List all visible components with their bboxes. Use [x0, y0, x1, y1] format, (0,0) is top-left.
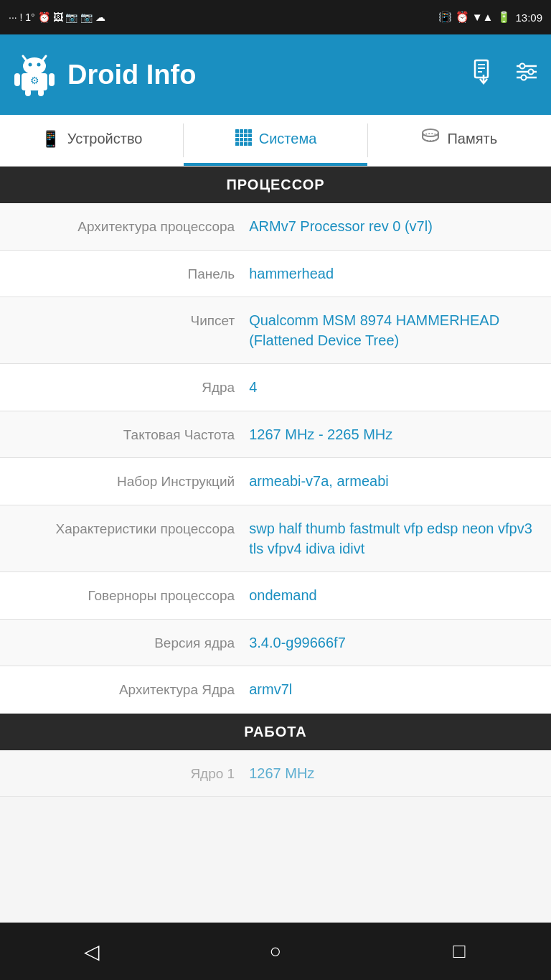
label-kernel-ver: Версия ядра	[11, 633, 249, 653]
row-features: Характеристики процессора swp half thumb…	[0, 505, 551, 572]
app-bar-left: ⚙ Droid Info	[11, 52, 196, 98]
recent-icon: □	[453, 940, 466, 963]
value-core1: 1267 MHz	[249, 763, 540, 783]
svg-point-4	[37, 63, 41, 67]
value-governor: ondemand	[249, 585, 540, 605]
memory-tab-icon	[421, 128, 440, 151]
notification-icons: ··· ! 1° ⏰ 🖼 📷 📷 ☁	[9, 11, 105, 23]
svg-point-2	[23, 57, 46, 75]
svg-rect-32	[244, 138, 248, 141]
app-bar-actions	[471, 59, 540, 90]
svg-rect-25	[248, 129, 252, 133]
svg-rect-22	[235, 129, 239, 133]
svg-point-21	[522, 75, 527, 80]
label-core1: Ядро 1	[11, 763, 249, 784]
value-kernel-arch: armv7l	[249, 679, 540, 699]
row-freq: Тактовая Частота 1267 MHz - 2265 MHz	[0, 411, 551, 459]
svg-rect-35	[240, 142, 243, 146]
svg-rect-31	[240, 138, 243, 141]
svg-rect-33	[248, 138, 252, 141]
status-bar: ··· ! 1° ⏰ 🖼 📷 📷 ☁ 📳 ⏰ ▼▲ 🔋 13:09	[0, 0, 551, 34]
label-panel: Панель	[11, 263, 249, 284]
report-icon[interactable]	[471, 59, 496, 90]
label-cores: Ядра	[11, 377, 249, 398]
row-core1: Ядро 1 1267 MHz	[0, 750, 551, 798]
battery-icon: 🔋	[497, 11, 511, 24]
row-isa: Набор Инструкций armeabi-v7a, armeabi	[0, 458, 551, 505]
app-title: Droid Info	[67, 60, 196, 90]
tab-system-label: Система	[259, 131, 317, 147]
droid-icon: ⚙	[11, 52, 57, 98]
svg-rect-37	[248, 142, 252, 146]
svg-rect-34	[235, 142, 239, 146]
back-button[interactable]: ◁	[70, 930, 113, 973]
svg-rect-28	[244, 134, 248, 137]
svg-rect-27	[240, 134, 243, 137]
status-bar-left: ··· ! 1° ⏰ 🖼 📷 📷 ☁	[9, 11, 105, 23]
value-cores: 4	[249, 377, 540, 397]
status-bar-right: 📳 ⏰ ▼▲ 🔋 13:09	[438, 11, 542, 24]
label-freq: Тактовая Частота	[11, 424, 249, 445]
content: ПРОЦЕССОР Архитектура процессора ARMv7 P…	[0, 167, 551, 854]
svg-rect-8	[25, 89, 31, 96]
svg-text:⚙: ⚙	[30, 75, 39, 86]
svg-rect-23	[240, 129, 243, 133]
label-governor: Говерноры процессора	[11, 585, 249, 606]
tab-memory-label: Память	[447, 131, 497, 147]
svg-rect-7	[49, 73, 55, 86]
row-kernel-arch: Архитектура Ядра armv7l	[0, 666, 551, 714]
value-freq: 1267 MHz - 2265 MHz	[249, 424, 540, 444]
label-chipset: Чипсет	[11, 310, 249, 331]
tab-bar: 📱 Устройство С	[0, 115, 551, 167]
home-button[interactable]: ○	[254, 930, 297, 973]
value-panel: hammerhead	[249, 263, 540, 284]
svg-rect-24	[244, 129, 248, 133]
recent-button[interactable]: □	[438, 930, 481, 973]
svg-rect-26	[235, 134, 239, 137]
row-arch: Архитектура процессора ARMv7 Processor r…	[0, 203, 551, 251]
svg-point-3	[29, 63, 32, 67]
back-icon: ◁	[84, 940, 100, 963]
svg-rect-9	[38, 89, 44, 96]
filter-icon[interactable]	[514, 59, 540, 90]
svg-point-19	[520, 64, 525, 69]
bottom-nav: ◁ ○ □	[0, 923, 551, 980]
value-isa: armeabi-v7a, armeabi	[249, 471, 540, 491]
svg-rect-29	[248, 134, 252, 137]
label-kernel-arch: Архитектура Ядра	[11, 679, 249, 700]
label-arch: Архитектура процессора	[11, 216, 249, 237]
device-tab-icon: 📱	[41, 130, 60, 149]
row-chipset: Чипсет Qualcomm MSM 8974 HAMMERHEAD (Fla…	[0, 297, 551, 364]
home-icon: ○	[270, 940, 282, 963]
app-bar: ⚙ Droid Info	[0, 34, 551, 115]
label-features: Характеристики процессора	[11, 518, 249, 539]
value-arch: ARMv7 Processor rev 0 (v7l)	[249, 216, 540, 236]
tab-memory[interactable]: Память	[368, 115, 551, 166]
svg-rect-6	[14, 73, 20, 86]
label-isa: Набор Инструкций	[11, 471, 249, 492]
value-kernel-ver: 3.4.0-g99666f7	[249, 633, 540, 653]
svg-point-20	[529, 70, 534, 75]
value-chipset: Qualcomm MSM 8974 HAMMERHEAD (Flattened …	[249, 310, 540, 350]
row-cores: Ядра 4	[0, 364, 551, 411]
tab-device[interactable]: 📱 Устройство	[0, 115, 183, 166]
value-features: swp half thumb fastmult vfp edsp neon vf…	[249, 518, 540, 559]
svg-point-38	[423, 129, 438, 136]
svg-rect-30	[235, 138, 239, 141]
row-governor: Говерноры процессора ondemand	[0, 572, 551, 620]
system-tab-icon	[235, 129, 252, 150]
row-kernel-ver: Версия ядра 3.4.0-g99666f7	[0, 620, 551, 667]
signal-icons: 📳 ⏰ ▼▲	[438, 11, 493, 24]
tab-device-label: Устройство	[67, 131, 143, 147]
section-header-cpu: ПРОЦЕССОР	[0, 167, 551, 203]
clock: 13:09	[515, 11, 542, 24]
section-header-work: РАБОТА	[0, 714, 551, 750]
tab-system[interactable]: Система	[184, 115, 367, 166]
svg-rect-36	[244, 142, 248, 146]
row-panel: Панель hammerhead	[0, 251, 551, 298]
